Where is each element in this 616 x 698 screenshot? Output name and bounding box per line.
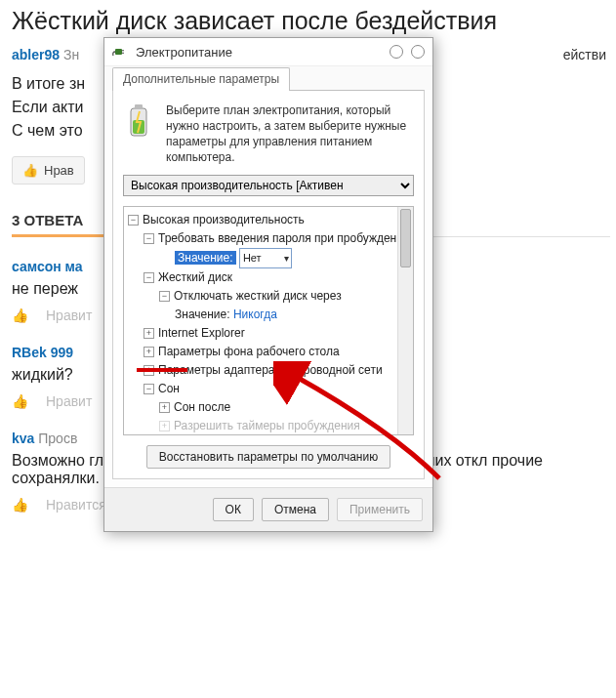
expand-icon[interactable]: + [144, 328, 154, 339]
tree-hdd-value-row: Значение: Никогда [175, 306, 409, 324]
apply-button[interactable]: Применить [337, 498, 423, 521]
answer-author-link[interactable]: kva [12, 431, 34, 446]
tree-node-desktop-bg[interactable]: + Параметры фона рабочего стола [144, 343, 409, 361]
tree-wifi-label: Параметры адаптера беспроводной сети [158, 361, 383, 380]
close-button[interactable] [411, 45, 425, 59]
collapse-icon[interactable]: − [144, 233, 154, 244]
question-like-button[interactable]: 👍 Нрав [12, 156, 85, 185]
settings-tree: − Высокая производительность − Требовать… [123, 206, 414, 435]
tree-node-wifi[interactable]: + Параметры адаптера беспроводной сети [144, 361, 409, 380]
password-value-select[interactable]: Нет [239, 248, 292, 268]
tree-node-root[interactable]: − Высокая производительность [128, 211, 409, 229]
tree-sleep-label: Сон [158, 380, 180, 398]
power-plan-select[interactable]: Высокая производительность [Активен [123, 175, 414, 196]
question-trail: ействи [563, 47, 606, 62]
hdd-value[interactable]: Никогда [233, 308, 277, 321]
collapse-icon[interactable]: − [144, 272, 154, 283]
question-like-label: Нрав [44, 163, 74, 178]
power-plug-icon [112, 44, 128, 60]
tree-node-sleep[interactable]: − Сон [144, 380, 409, 398]
tree-password-value-row: Значение: Нет [175, 248, 409, 268]
value-label: Значение: [175, 251, 236, 265]
dialog-panel: Выберите план электропитания, который ну… [112, 90, 425, 479]
tree-hdd-off-label: Отключать жесткий диск через [174, 287, 342, 306]
tree-node-sleep-after[interactable]: + Сон после [159, 398, 409, 417]
tree-hdd-label: Жесткий диск [158, 268, 232, 287]
tree-node-ie[interactable]: + Internet Explorer [144, 324, 409, 343]
answer-like-label[interactable]: Нравится [46, 497, 106, 513]
tree-scrollbar[interactable] [397, 207, 413, 434]
tree-node-timers[interactable]: + Разрешить таймеры пробуждения [159, 417, 409, 435]
answer-author-link[interactable]: RBek 999 [12, 345, 73, 360]
collapse-icon[interactable]: − [144, 384, 154, 394]
ok-button[interactable]: ОК [213, 498, 254, 521]
question-title: Жёсткий диск зависает после бездействия [12, 6, 610, 35]
value-label: Значение: [175, 308, 230, 321]
tree-ie-label: Internet Explorer [158, 324, 245, 343]
minimize-button[interactable] [390, 45, 403, 59]
restore-row: Восстановить параметры по умолчанию [123, 445, 414, 469]
tree-root-label: Высокая производительность [143, 211, 305, 229]
svg-rect-1 [122, 50, 124, 51]
dialog-intro-text: Выберите план электропитания, который ну… [166, 103, 414, 165]
svg-rect-2 [122, 53, 124, 54]
tree-node-hdd-off[interactable]: − Отключать жесткий диск через [159, 287, 409, 306]
battery-icon [123, 103, 156, 165]
tree-desktop-bg-label: Параметры фона рабочего стола [158, 343, 340, 361]
svg-rect-4 [135, 104, 143, 109]
thumb-up-icon: 👍 [22, 163, 38, 178]
thumb-up-icon[interactable]: 👍 [12, 393, 28, 409]
cancel-button[interactable]: Отмена [262, 498, 329, 521]
tree-sleep-after-label: Сон после [174, 398, 230, 417]
tree-node-hdd[interactable]: − Жесткий диск [144, 268, 409, 287]
tree-node-password[interactable]: − Требовать введения пароля при пробужде… [144, 229, 409, 248]
tree-timers-label: Разрешить таймеры пробуждения [174, 417, 360, 435]
dialog-tabstrip: Дополнительные параметры [104, 65, 432, 90]
dialog-title: Электропитание [136, 45, 382, 60]
expand-icon[interactable]: + [144, 347, 154, 357]
question-author-link[interactable]: abler98 [12, 47, 60, 62]
answer-like-label[interactable]: Нравит [46, 308, 92, 323]
tree-password-label: Требовать введения пароля при пробуждени… [158, 229, 410, 248]
answer-like-label[interactable]: Нравит [46, 393, 92, 409]
expand-icon[interactable]: + [144, 365, 154, 376]
thumb-up-icon[interactable]: 👍 [12, 497, 28, 513]
dialog-titlebar[interactable]: Электропитание [104, 38, 432, 65]
collapse-icon[interactable]: − [128, 215, 139, 226]
collapse-icon[interactable]: − [159, 291, 170, 302]
dialog-intro: Выберите план электропитания, который ну… [123, 103, 414, 165]
dialog-button-bar: ОК Отмена Применить [104, 487, 432, 531]
power-options-dialog: Электропитание Дополнительные параметры … [103, 37, 433, 532]
expand-icon[interactable]: + [159, 421, 170, 431]
restore-defaults-button[interactable]: Восстановить параметры по умолчанию [146, 445, 390, 469]
thumb-up-icon[interactable]: 👍 [12, 308, 28, 323]
answer-author-link[interactable]: самсон ма [12, 259, 83, 274]
scrollbar-thumb[interactable] [400, 209, 411, 267]
tab-advanced-settings[interactable]: Дополнительные параметры [112, 67, 290, 91]
question-author-rank: Зн [63, 47, 79, 62]
settings-tree-inner: − Высокая производительность − Требовать… [124, 207, 413, 435]
answer-author-rank: Просв [38, 431, 77, 446]
svg-rect-0 [115, 49, 122, 55]
expand-icon[interactable]: + [159, 402, 170, 413]
